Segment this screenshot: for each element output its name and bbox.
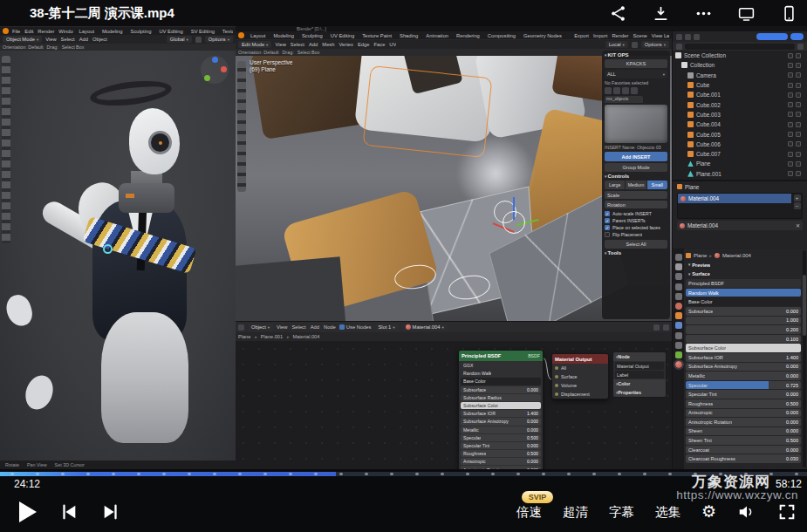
render-toggle[interactable]	[796, 152, 801, 157]
visibility-toggle[interactable]	[788, 112, 793, 117]
mode-select[interactable]: Object Mode	[3, 36, 42, 43]
kitops-header[interactable]: KIT OPS	[605, 52, 667, 58]
panel-section-header[interactable]: Color	[613, 379, 666, 388]
panel-section-header[interactable]: Properties	[613, 388, 666, 397]
filter-icon[interactable]	[676, 44, 682, 50]
visibility-toggle[interactable]	[788, 171, 793, 176]
node-input-row[interactable]: Metallic0.000	[461, 426, 541, 433]
kitops-checkbox-row[interactable]: Flip Placement	[605, 231, 667, 238]
path-crumb[interactable]: Material.004	[293, 334, 325, 339]
menu-item[interactable]: View	[277, 324, 287, 330]
viewport-3d-left[interactable]	[0, 51, 236, 460]
visibility-toggle[interactable]	[788, 72, 793, 78]
nav-gizmo[interactable]	[201, 56, 229, 84]
node-label-field[interactable]: Label	[615, 371, 664, 379]
kpacks-button[interactable]: KPACKS	[605, 59, 667, 68]
node-input-row[interactable]: Roughness0.500	[461, 450, 541, 457]
download-icon[interactable]	[652, 4, 670, 23]
node-input-row[interactable]: Subsurface Color	[461, 402, 541, 409]
outliner-row[interactable]: Cube.003	[673, 110, 803, 119]
add-insert-button[interactable]: Add INSERT	[605, 152, 667, 161]
visibility-toggle[interactable]	[788, 92, 793, 98]
material-tab-icon[interactable]	[675, 361, 682, 368]
path-crumb[interactable]: Plane.001	[261, 334, 290, 339]
property-row[interactable]: Random Walk	[686, 289, 801, 297]
property-row[interactable]: Clearcoat 0.000	[686, 446, 801, 454]
property-row[interactable]: 1.000	[686, 317, 801, 325]
select-all-button[interactable]: Select All	[605, 240, 667, 249]
episodes-button[interactable]: 选集	[655, 504, 680, 521]
previous-episode-icon[interactable]	[59, 502, 79, 522]
workspace-tab[interactable]: Sculpting	[299, 33, 325, 38]
bsdf-output-socket[interactable]: BSDF	[528, 353, 540, 358]
blender-logo-icon[interactable]	[238, 32, 244, 38]
editor-type-icon[interactable]	[238, 324, 244, 331]
blender-logo-icon[interactable]	[3, 28, 9, 34]
menu-item[interactable]: Window	[58, 29, 72, 34]
size-option[interactable]: Large	[605, 181, 626, 189]
property-row[interactable]: Roughness 0.500	[686, 399, 801, 408]
toolbar-tools[interactable]	[237, 61, 246, 192]
socket-icon[interactable]	[555, 366, 558, 370]
property-row[interactable]: Subsurface Color	[686, 344, 801, 352]
slot-select[interactable]: Slot 1	[375, 324, 399, 331]
share-icon[interactable]	[609, 4, 627, 23]
property-row[interactable]: 0.100	[686, 335, 801, 344]
tools-section-header[interactable]: Tools	[605, 250, 667, 256]
node-input-row[interactable]: Displacement	[552, 390, 608, 399]
workspace-tab[interactable]: Modeling	[99, 29, 126, 34]
axis-y-dot[interactable]	[204, 75, 210, 81]
menu-item[interactable]: Add	[311, 324, 319, 330]
workspace-tab[interactable]: Texture Paint	[220, 29, 233, 34]
particles-tab-icon[interactable]	[675, 332, 682, 339]
property-row[interactable]: Anisotropic Rotation 0.000	[686, 418, 801, 426]
menu-item[interactable]: UV	[389, 42, 396, 47]
property-row[interactable]: Principled BSDF	[686, 279, 801, 288]
outliner-search[interactable]	[685, 44, 795, 50]
gizmo-circle[interactable]	[503, 211, 525, 234]
principled-bsdf-node[interactable]: Principled BSDFBSDF GGXRandom WalkBase C…	[458, 350, 544, 469]
menu-item[interactable]: Node	[324, 324, 336, 330]
render-toggle[interactable]	[796, 92, 801, 98]
output-node-header[interactable]: Material Output	[552, 354, 608, 364]
kpack-select[interactable]: ALL	[605, 70, 667, 78]
checkbox-icon[interactable]	[605, 232, 610, 237]
kitops-checkbox-row[interactable]: Auto-scale INSERT	[605, 210, 667, 217]
workspace-tab[interactable]: SV Editing	[188, 29, 217, 34]
blue-badge[interactable]	[756, 33, 788, 40]
workspace-tab[interactable]: Animation	[423, 33, 451, 38]
property-row[interactable]: Sheen 0.000	[686, 427, 801, 436]
outliner-row[interactable]: Plane.001	[673, 169, 803, 179]
rotation-slider[interactable]: Rotation	[605, 201, 667, 208]
data-tab-icon[interactable]	[675, 351, 682, 358]
add-slot-button[interactable]: +	[794, 194, 801, 201]
node-input-row[interactable]: Subsurface0.000	[461, 386, 541, 393]
outliner-row[interactable]: Cube.002	[673, 99, 803, 109]
device-icon[interactable]	[780, 4, 798, 23]
render-toggle[interactable]	[796, 132, 801, 137]
menu-item[interactable]: Vertex	[339, 42, 352, 47]
subtitle-button[interactable]: 字幕	[609, 504, 634, 521]
orientation-select[interactable]: Global	[167, 36, 192, 43]
property-row[interactable]: Subsurface Anisotropy 0.000	[686, 363, 801, 372]
group-mode-button[interactable]: Group Mode	[605, 163, 667, 172]
node-input-row[interactable]: Specular0.500	[461, 434, 541, 441]
outliner-row[interactable]: Scene Collection	[673, 51, 803, 60]
property-row[interactable]: Anisotropic 0.000	[686, 409, 801, 418]
render-toggle[interactable]	[796, 63, 801, 68]
world-tab-icon[interactable]	[675, 303, 682, 310]
tool-orientation[interactable]: Orientation: Default	[238, 50, 278, 55]
menu-item[interactable]: Export	[574, 33, 589, 38]
workspace-tab[interactable]: Shading	[397, 33, 421, 38]
property-row[interactable]: Surface	[686, 270, 801, 279]
video-content[interactable]: Blender* [D:\...] FileEditRenderWindowHe…	[0, 26, 807, 469]
physics-tab-icon[interactable]	[675, 342, 682, 349]
tool-select-mode[interactable]: Select Box	[62, 44, 85, 50]
blue-badge[interactable]	[790, 33, 804, 40]
move-gizmo[interactable]	[487, 195, 543, 251]
bsdf-node-header[interactable]: Principled BSDFBSDF	[459, 351, 543, 361]
kitops-checkbox-row[interactable]: Place on selected faces	[605, 224, 667, 231]
socket-icon[interactable]	[555, 392, 558, 396]
progress-bar[interactable]	[0, 472, 807, 476]
workspace-tab[interactable]: Compositing	[485, 33, 518, 38]
